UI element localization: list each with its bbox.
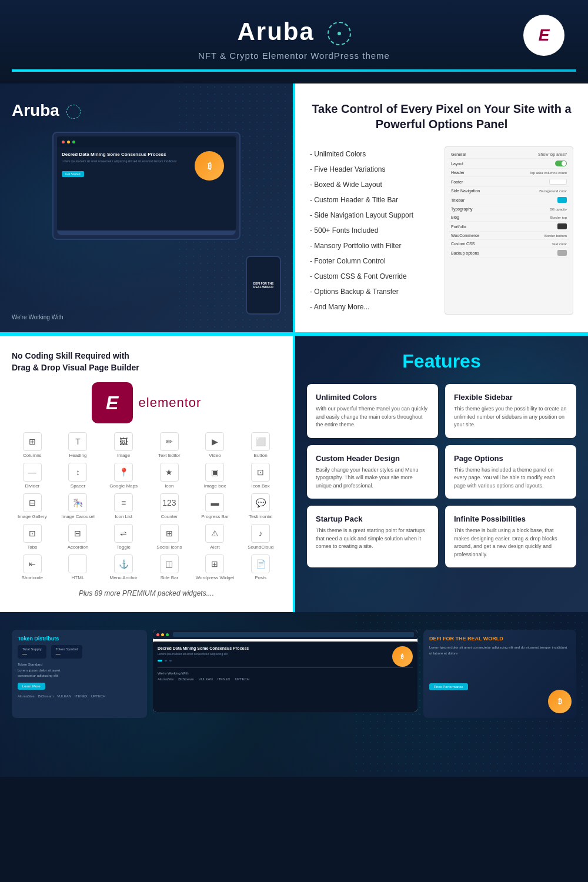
widget-label: Spacer (71, 483, 85, 489)
panel-row: Custom CSS Text color (449, 240, 569, 248)
widget-label: Posts (255, 575, 266, 580)
laptop-screen-content: Decred Data Mining Some Consensus Proces… (57, 147, 236, 182)
elementor-icon-box: E (92, 382, 133, 423)
widget-icon: ⊟ (68, 524, 87, 543)
widget-item: ↕ Spacer (58, 463, 99, 489)
widget-icon: ⚠ (205, 524, 224, 543)
widget-icon: 🎠 (68, 493, 87, 512)
demo-partner-2: BitStream (178, 677, 193, 681)
no-coding-text: No Coding Skill Required with Drag & Dro… (12, 350, 281, 373)
feature-card: Custom Header Design Easily change your … (307, 445, 438, 499)
widget-item: ⊞ Social Icons (149, 524, 190, 550)
widget-label: Heading (69, 453, 87, 458)
phone-screen: DEFI FOR THE REAL WORLD (247, 257, 280, 313)
widget-label: Google Maps (109, 483, 138, 489)
nav-dot-yellow (67, 141, 70, 143)
panel-row: Typography BG opacity (449, 205, 569, 213)
feature-item: - Custom CSS & Font Override (310, 269, 439, 284)
panel-toggle[interactable] (555, 161, 567, 166)
widget-icon: ⊡ (23, 524, 42, 543)
widget-item: ★ Icon (149, 463, 190, 489)
widget-icon: ⊞ (160, 524, 179, 543)
widget-label: Columns (23, 453, 42, 458)
widget-item: — Divider (12, 463, 53, 489)
widget-item: ▬ Progress Bar (195, 493, 236, 519)
crypto-coin: ₿ (195, 151, 224, 181)
dot-inactive-2 (169, 660, 172, 662)
feature-item: - Custom Header & Title Bar (310, 192, 439, 208)
main-demo-screen: Decred Data Mining Some Consensus Proces… (153, 630, 417, 712)
feature-item: - Options Backup & Transfer (310, 284, 439, 299)
widget-item: ✏ Text Editor (149, 432, 190, 458)
demo-nav-dot-green (166, 633, 169, 636)
options-content: - Unlimited Colors- Five Header Variatio… (310, 146, 573, 315)
widget-label: Image (117, 453, 130, 458)
widget-icon: 💬 (251, 493, 270, 512)
demo-partner-5: UPTECH (235, 677, 249, 681)
demo-content-row: Decred Data Mining Some Consensus Proces… (158, 646, 413, 662)
widget-label: Image Gallery (18, 514, 47, 519)
demo-screen-content: Decred Data Mining Some Consensus Proces… (153, 642, 417, 712)
widget-label: Alert (210, 544, 219, 550)
price-performance: Price Performance (429, 680, 570, 690)
widget-icon: ⚓ (114, 554, 133, 573)
feature-card-title: Infinite Possibilities (454, 514, 567, 523)
section-dark-preview: Aruba Decred Data Mining Some Consensus … (0, 83, 294, 335)
demo-screen-title: Decred Data Mining Some Consensus Proces… (158, 646, 413, 650)
widget-item: ⊡ Tabs (12, 524, 53, 550)
widget-label: Progress Bar (201, 514, 229, 519)
widget-label: Icon (165, 483, 173, 489)
panel-color-box-gray[interactable] (557, 250, 567, 256)
partners-logos: AlumaSize BitStream VULKAN ITENEX UPTECH (18, 694, 141, 698)
widget-item: HTML (58, 554, 99, 580)
elementor-logo-area: E elementor (12, 382, 281, 423)
laptop-base (57, 230, 236, 235)
feature-item: - Side Navigation Layout Support (310, 208, 439, 223)
panel-row: General Show top area? (449, 151, 569, 159)
partners-row: We're Working With AlumaSite BitStream V… (158, 667, 413, 681)
we-working-with: We're Working With (158, 671, 413, 675)
widget-icon: 📄 (251, 554, 270, 573)
token-btn[interactable]: Learn More (18, 683, 45, 690)
panel-row: WooCommerce Border bottom (449, 232, 569, 240)
widget-label: Divider (25, 483, 39, 489)
widget-item: ⇌ Toggle (103, 524, 144, 550)
panel-row: Backup options (449, 248, 569, 258)
demo-nav-dot-red (156, 633, 159, 636)
widget-icon: ⊞ (23, 432, 42, 451)
preview-logo-dot (66, 105, 81, 119)
laptop-nav (57, 136, 236, 147)
feature-item: - Five Header Variations (310, 162, 439, 177)
widget-item: 📄 Posts (240, 554, 281, 580)
widget-label: Accordion (68, 544, 89, 550)
demo-text-area: Decred Data Mining Some Consensus Proces… (158, 646, 413, 662)
main-grid: Aruba Decred Data Mining Some Consensus … (0, 83, 588, 777)
widget-item: ⇤ Shortcode (12, 554, 53, 580)
panel-color-box[interactable] (557, 197, 567, 203)
widget-item: ⊟ Image Gallery (12, 493, 53, 519)
widget-label: Image box (204, 483, 226, 489)
widget-item: ≡ Icon List (103, 493, 144, 519)
widget-item: ◫ Side Bar (149, 554, 190, 580)
panel-input[interactable] (549, 179, 567, 185)
price-btn[interactable]: Price Performance (429, 683, 468, 690)
feature-item: - Footer Column Control (310, 253, 439, 269)
panel-color-box-dark[interactable] (557, 223, 567, 229)
panel-row: Layout (449, 159, 569, 169)
defi-coin: ₿ (548, 690, 572, 713)
feature-card-text: This theme gives you the possibility to … (454, 405, 567, 429)
token-title: Token Distributs (18, 636, 141, 642)
widget-item: 🖼 Image (103, 432, 144, 458)
widget-item: 🎠 Image Carousel (58, 493, 99, 519)
feature-item: - Mansory Portfolio with Filter (310, 238, 439, 253)
widget-label: HTML (72, 575, 85, 580)
feature-card-title: Custom Header Design (316, 454, 429, 463)
feature-card: Unlimited Colors With our powerful Theme… (307, 384, 438, 438)
panel-row: Footer (449, 177, 569, 187)
feature-card-title: Flexible Sidebar (454, 393, 567, 402)
widgets-grid: ⊞ Columns T Heading 🖼 Image ✏ Text Edito… (12, 432, 281, 580)
widget-icon: — (23, 463, 42, 482)
feature-item: - And Many More... (310, 299, 439, 315)
widget-item: ⊟ Accordion (58, 524, 99, 550)
panel-row: Blog Border top (449, 213, 569, 222)
